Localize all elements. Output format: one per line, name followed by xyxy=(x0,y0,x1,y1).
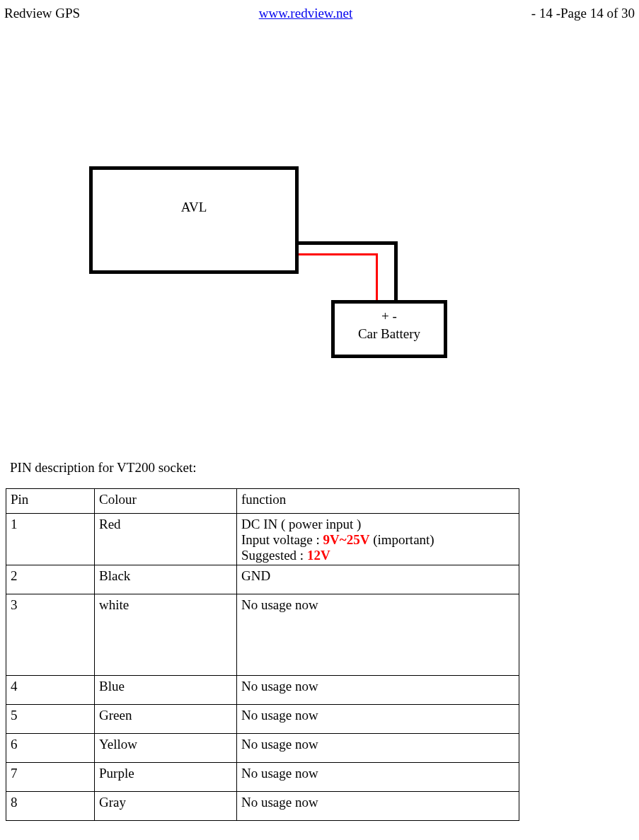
func-line: Input voltage : 9V~25V (important) xyxy=(241,532,514,548)
cell-pin: 4 xyxy=(6,676,95,705)
voltage-range: 9V~25V xyxy=(323,532,370,547)
wire-red-h xyxy=(299,253,378,255)
header-right: - 14 -Page 14 of 30 xyxy=(531,6,635,21)
cell-function: DC IN ( power input )Input voltage : 9V~… xyxy=(237,514,519,565)
wiring-diagram: AVL + - Car Battery xyxy=(0,21,639,368)
voltage-suggested: 12V xyxy=(307,548,330,563)
battery-polarity: + - xyxy=(335,308,444,326)
header-left: Redview GPS xyxy=(4,6,80,21)
cell-colour: Black xyxy=(95,565,237,594)
cell-colour: Green xyxy=(95,705,237,734)
header-link[interactable]: www.redview.net xyxy=(259,6,353,21)
cell-function: No usage now xyxy=(237,705,519,734)
wire-black-h xyxy=(299,241,398,245)
func-line: Suggested : 12V xyxy=(241,548,514,563)
th-colour: Colour xyxy=(95,489,237,514)
cell-pin: 5 xyxy=(6,705,95,734)
cell-pin: 6 xyxy=(6,734,95,763)
cell-colour: white xyxy=(95,594,237,676)
cell-function: No usage now xyxy=(237,763,519,792)
cell-pin: 7 xyxy=(6,763,95,792)
th-function: function xyxy=(237,489,519,514)
cell-pin: 2 xyxy=(6,565,95,594)
car-battery-box: + - Car Battery xyxy=(331,300,447,358)
cell-colour: Gray xyxy=(95,792,237,821)
table-row: 8GrayNo usage now xyxy=(6,792,519,821)
cell-function: GND xyxy=(237,565,519,594)
cell-function: No usage now xyxy=(237,676,519,705)
cell-colour: Purple xyxy=(95,763,237,792)
table-row: 7PurpleNo usage now xyxy=(6,763,519,792)
avl-box: AVL xyxy=(89,166,299,274)
cell-colour: Red xyxy=(95,514,237,565)
cell-colour: Yellow xyxy=(95,734,237,763)
table-row: 2BlackGND xyxy=(6,565,519,594)
cell-function: No usage now xyxy=(237,734,519,763)
battery-label: Car Battery xyxy=(335,326,444,343)
table-header-row: Pin Colour function xyxy=(6,489,519,514)
func-line: DC IN ( power input ) xyxy=(241,517,514,532)
page-header: Redview GPS www.redview.net - 14 -Page 1… xyxy=(0,0,639,21)
pin-table: Pin Colour function 1RedDC IN ( power in… xyxy=(6,488,519,821)
avl-label: AVL xyxy=(181,200,207,215)
wire-red-v xyxy=(376,253,378,302)
cell-function: No usage now xyxy=(237,594,519,676)
th-pin: Pin xyxy=(6,489,95,514)
cell-pin: 8 xyxy=(6,792,95,821)
cell-colour: Blue xyxy=(95,676,237,705)
cell-function: No usage now xyxy=(237,792,519,821)
table-row: 6YellowNo usage now xyxy=(6,734,519,763)
table-caption: PIN description for VT200 socket: xyxy=(0,460,639,476)
cell-pin: 3 xyxy=(6,594,95,676)
table-row: 3whiteNo usage now xyxy=(6,594,519,676)
cell-pin: 1 xyxy=(6,514,95,565)
table-row: 4BlueNo usage now xyxy=(6,676,519,705)
table-row: 1RedDC IN ( power input )Input voltage :… xyxy=(6,514,519,565)
table-row: 5GreenNo usage now xyxy=(6,705,519,734)
wire-black-v xyxy=(394,241,398,302)
